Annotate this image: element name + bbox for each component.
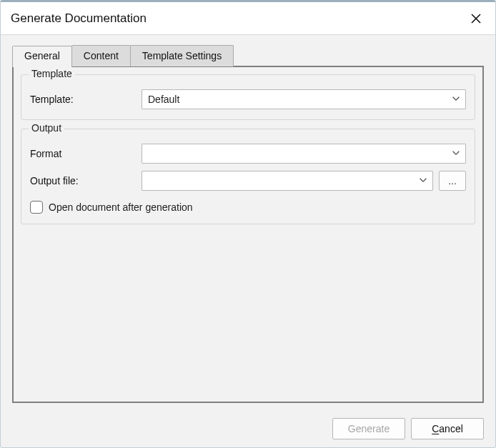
group-title: Output: [29, 122, 64, 134]
close-icon: [470, 13, 482, 24]
output-file-dropdown[interactable]: [142, 171, 433, 191]
group-title: Template: [29, 68, 75, 79]
row-output-file: Output file: ...: [30, 171, 466, 191]
tab-general[interactable]: General: [12, 46, 72, 67]
dialog-window: Generate Documentation General Content T…: [0, 0, 496, 448]
generate-button[interactable]: Generate: [332, 418, 405, 439]
group-output: Output Format Output file:: [21, 129, 475, 224]
tab-content[interactable]: Content: [71, 45, 131, 66]
tab-label: Template Settings: [142, 50, 222, 61]
template-label: Template:: [30, 94, 142, 105]
close-button[interactable]: [467, 9, 485, 28]
open-after-checkbox[interactable]: [30, 201, 43, 214]
browse-button[interactable]: ...: [439, 171, 466, 191]
window-title: Generate Documentation: [11, 11, 147, 26]
footer: Generate Cancel: [1, 410, 495, 447]
template-dropdown[interactable]: Default: [142, 89, 466, 109]
tab-panel-general: Template Template: Default Output Format: [12, 66, 484, 403]
output-file-label: Output file:: [30, 175, 142, 186]
chevron-down-icon: [451, 94, 461, 106]
template-value: Default: [148, 94, 179, 105]
row-open-after: Open document after generation: [30, 201, 466, 214]
chevron-down-icon: [451, 148, 461, 160]
chevron-down-icon: [418, 175, 428, 187]
format-dropdown[interactable]: [142, 144, 466, 164]
open-after-label: Open document after generation: [49, 201, 193, 213]
row-format: Format: [30, 144, 466, 164]
format-label: Format: [30, 148, 142, 159]
group-template: Template Template: Default: [21, 74, 475, 120]
cancel-button[interactable]: Cancel: [411, 418, 484, 439]
cancel-label: Cancel: [432, 423, 463, 434]
browse-label: ...: [448, 175, 457, 186]
tab-label: Content: [84, 50, 119, 61]
titlebar: Generate Documentation: [1, 2, 495, 35]
row-template: Template: Default: [30, 89, 466, 109]
generate-label: Generate: [348, 423, 390, 434]
tab-template-settings[interactable]: Template Settings: [130, 45, 234, 66]
tab-bar: General Content Template Settings: [12, 45, 484, 66]
tab-label: General: [24, 50, 60, 61]
content-area: General Content Template Settings Templa…: [1, 35, 495, 410]
